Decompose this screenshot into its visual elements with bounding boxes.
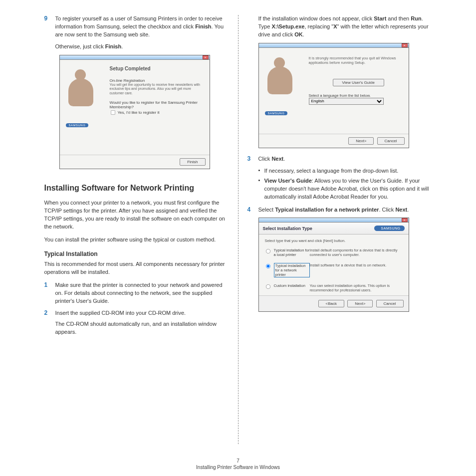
- screenshot-setup-completed: × SAMSUNG Setup Completed On-line Regist…: [59, 55, 210, 169]
- back-button[interactable]: <Back: [318, 300, 344, 307]
- language-select[interactable]: English: [309, 98, 384, 105]
- start-bold: Start: [374, 15, 386, 21]
- step-number-4: 4: [247, 206, 258, 214]
- step4-a: Select: [258, 207, 275, 213]
- column-divider: [238, 15, 238, 444]
- close-icon[interactable]: ×: [203, 55, 209, 59]
- next-bold-2: Next: [395, 207, 407, 213]
- r-intro-a: If the installation window does not appe…: [258, 15, 374, 21]
- select-language-label: Select a language from the list below.: [309, 93, 402, 98]
- typical-subhead: Typical Installation: [44, 250, 229, 257]
- next-button[interactable]: Next>: [348, 137, 374, 145]
- close-icon[interactable]: ×: [402, 218, 408, 222]
- view-guide-bold: View User's Guide: [264, 178, 312, 184]
- step-1-body: Make sure that the printer is connected …: [55, 281, 229, 305]
- r-intro-g: , replacing ": [304, 23, 333, 29]
- opt3-desc: You can select installation options. Thi…: [310, 283, 403, 292]
- finish-bold-1: Finish: [195, 23, 211, 29]
- dialog-title: Setup Completed: [110, 66, 205, 71]
- left-column: 9 To register yourself as a user of Sams…: [40, 15, 233, 444]
- close-icon[interactable]: ×: [402, 43, 408, 47]
- step-number-9: 9: [44, 15, 55, 51]
- step2-line-b: The CD-ROM should automatically run, and…: [55, 320, 229, 336]
- bullet-2: View User's Guide: Allows you to view th…: [264, 177, 432, 201]
- section-heading: Installing Software for Network Printing: [44, 183, 229, 193]
- samsung-logo: SAMSUNG: [265, 111, 288, 115]
- membership-question: Would you like to register for the Samsu…: [110, 100, 205, 109]
- step-number-2: 2: [44, 309, 55, 336]
- install-type-title: Select Installation Type: [263, 226, 312, 231]
- typical-desc: This is recommended for most users. All …: [44, 260, 229, 276]
- step-4-body: Select Typical installation for a networ…: [258, 206, 432, 214]
- radio-custom[interactable]: Custom installation: [265, 283, 310, 290]
- registration-desc: You will get the opportunity to receive …: [110, 83, 205, 95]
- step9-text-2a: Otherwise, just click: [55, 43, 105, 49]
- register-checkbox[interactable]: Yes, I'd like to register it: [110, 110, 160, 115]
- registration-label: On-line Registration: [110, 78, 205, 83]
- step4-e: .: [407, 207, 409, 213]
- step4-c: . Click: [379, 207, 395, 213]
- bullet-dot: •: [258, 177, 264, 201]
- opt1-label: Typical installation for a local printer: [274, 248, 310, 257]
- avatar-graphic: SAMSUNG: [66, 69, 101, 119]
- step-3-body: Click Next.: [258, 155, 432, 163]
- step9-text-2c: .: [121, 43, 123, 49]
- step3-a: Click: [258, 156, 272, 162]
- step-2-body: Insert the supplied CD-ROM into your CD-…: [55, 309, 229, 336]
- x-bold: X: [333, 23, 337, 29]
- finish-bold-2: Finish: [105, 43, 121, 49]
- radio-typical-network[interactable]: Typical installation for a network print…: [265, 263, 310, 277]
- setup-exe-bold: X:\Setup.exe: [271, 23, 304, 29]
- register-checkbox-label: Yes, I'd like to register it: [118, 110, 160, 115]
- opt1-desc: Install default components for a device …: [310, 248, 403, 257]
- opt2-desc: Install software for a device that is on…: [310, 263, 403, 267]
- step3-c: .: [283, 156, 285, 162]
- bullet-1: If necessary, select a language from the…: [264, 167, 432, 175]
- page-number: 7: [0, 458, 476, 464]
- chapter-title: Installing Printer Software in Windows: [0, 465, 476, 470]
- titlebar: ×: [259, 218, 409, 223]
- radio-typical-local[interactable]: Typical installation for a local printer: [265, 248, 310, 257]
- titlebar: ×: [259, 43, 409, 48]
- samsung-logo: SAMSUNG: [374, 226, 405, 231]
- step-number-3: 3: [247, 155, 258, 163]
- finish-button[interactable]: Finish: [180, 158, 205, 166]
- opt3-label: Custom installation: [274, 283, 305, 288]
- network-para-1: When you connect your printer to a netwo…: [44, 199, 229, 231]
- ok-bold: OK: [294, 31, 303, 37]
- network-para-2: You can install the printer software usi…: [44, 236, 229, 244]
- next-button[interactable]: Next>: [347, 300, 373, 307]
- view-guide-button[interactable]: View User's Guide: [333, 79, 384, 86]
- step-9-body: To register yourself as a user of Samsun…: [55, 15, 229, 51]
- install-subtitle: Select type that you want and click [Nex…: [259, 235, 409, 245]
- samsung-logo: SAMSUNG: [66, 123, 89, 127]
- run-bold: Run: [411, 15, 421, 21]
- cancel-button[interactable]: Cancel: [376, 300, 404, 307]
- screenshot-language-select: × SAMSUNG It is strongly recommended tha…: [258, 43, 409, 148]
- r-intro-k: .: [303, 31, 304, 37]
- r-intro-c: and then: [386, 15, 411, 21]
- typical-network-bold: Typical installation for a network print…: [275, 207, 379, 213]
- next-bold-1: Next: [271, 156, 283, 162]
- avatar-graphic: SAMSUNG: [265, 57, 300, 107]
- step-number-1: 1: [44, 281, 55, 305]
- opt2-label: Typical installation for a network print…: [274, 263, 310, 277]
- cancel-button[interactable]: Cancel: [377, 137, 405, 145]
- titlebar: ×: [60, 55, 210, 60]
- page-footer: 7 Installing Printer Software in Windows: [0, 458, 476, 470]
- right-column: If the installation window does not appe…: [243, 15, 436, 444]
- recommend-text: It is strongly recommended that you quit…: [309, 56, 402, 65]
- bullet-dot: •: [258, 167, 264, 175]
- screenshot-install-type: × Select Installation Type SAMSUNG Selec…: [258, 218, 409, 312]
- step2-line-a: Insert the supplied CD-ROM into your CD-…: [55, 309, 229, 317]
